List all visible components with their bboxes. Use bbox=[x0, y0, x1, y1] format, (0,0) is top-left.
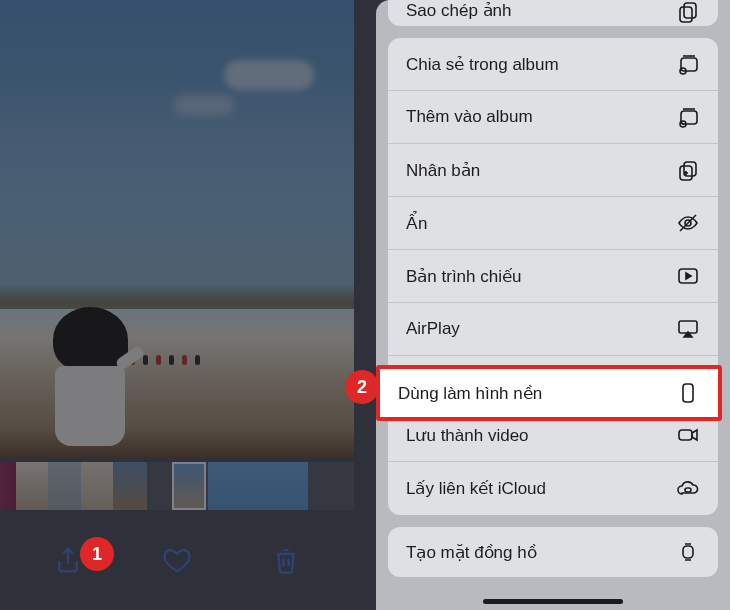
thumbnail-strip[interactable] bbox=[0, 462, 354, 510]
menu-label: AirPlay bbox=[406, 319, 460, 339]
menu-label: Lấy liên kết iCloud bbox=[406, 478, 546, 499]
annotation-step-1: 1 bbox=[80, 537, 114, 571]
thumbnail[interactable] bbox=[81, 462, 113, 510]
menu-label: Nhân bản bbox=[406, 160, 480, 181]
menu-label: Lưu thành video bbox=[406, 425, 529, 446]
svg-rect-4 bbox=[681, 111, 697, 124]
menu-label: Bản trình chiếu bbox=[406, 266, 521, 287]
thumbnail-selected[interactable] bbox=[172, 462, 206, 510]
svg-rect-13 bbox=[683, 384, 693, 402]
thumbnail[interactable] bbox=[48, 462, 81, 510]
trash-icon[interactable] bbox=[271, 545, 301, 575]
main-photo[interactable] bbox=[0, 0, 354, 457]
cloud-link-icon bbox=[676, 477, 700, 501]
thumbnail[interactable] bbox=[16, 462, 48, 510]
svg-rect-0 bbox=[684, 3, 696, 18]
annotation-step-2: 2 bbox=[345, 370, 379, 404]
thumbnail-panorama[interactable] bbox=[208, 462, 308, 510]
menu-item-copy-photo[interactable]: Sao chép ảnh bbox=[388, 0, 718, 26]
menu-group: Tạo mặt đồng hồ bbox=[388, 527, 718, 577]
svg-rect-2 bbox=[681, 58, 697, 71]
airplay-icon bbox=[676, 317, 700, 341]
menu-group: Sao chép ảnh bbox=[388, 0, 718, 26]
menu-label: Chia sẻ trong album bbox=[406, 54, 559, 75]
menu-item-share-album[interactable]: Chia sẻ trong album bbox=[388, 38, 718, 91]
thumbnail[interactable] bbox=[0, 462, 16, 510]
menu-item-hide[interactable]: Ẩn bbox=[388, 197, 718, 250]
photo-viewer bbox=[0, 0, 365, 610]
menu-label: Dùng làm hình nền bbox=[398, 383, 542, 404]
heart-icon[interactable] bbox=[162, 545, 192, 575]
menu-item-slideshow[interactable]: Bản trình chiếu bbox=[388, 250, 718, 303]
menu-label: Ẩn bbox=[406, 213, 427, 234]
duplicate-icon bbox=[676, 158, 700, 182]
watch-icon bbox=[676, 540, 700, 564]
album-add-icon bbox=[676, 105, 700, 129]
menu-label: Sao chép ảnh bbox=[406, 0, 511, 21]
play-rect-icon bbox=[676, 264, 700, 288]
menu-group: Chia sẻ trong album Thêm vào album Nhân … bbox=[388, 38, 718, 515]
svg-rect-11 bbox=[679, 430, 692, 440]
thumbnail[interactable] bbox=[113, 462, 147, 510]
menu-item-add-album[interactable]: Thêm vào album bbox=[388, 91, 718, 144]
menu-item-airplay[interactable]: AirPlay bbox=[388, 303, 718, 356]
share-sheet: Sao chép ảnh Chia sẻ trong album Thêm và… bbox=[376, 0, 730, 610]
svg-rect-1 bbox=[680, 7, 692, 22]
menu-item-icloud-link[interactable]: Lấy liên kết iCloud bbox=[388, 462, 718, 515]
menu-label: Thêm vào album bbox=[406, 107, 533, 127]
album-share-icon bbox=[676, 52, 700, 76]
copy-icon bbox=[676, 0, 700, 24]
menu-item-watch-face[interactable]: Tạo mặt đồng hồ bbox=[388, 527, 718, 577]
menu-item-duplicate[interactable]: Nhân bản bbox=[388, 144, 718, 197]
bottom-toolbar bbox=[0, 510, 354, 610]
eye-slash-icon bbox=[676, 211, 700, 235]
phone-icon bbox=[676, 381, 700, 405]
share-icon[interactable] bbox=[53, 545, 83, 575]
home-indicator[interactable] bbox=[483, 599, 623, 604]
menu-item-wallpaper[interactable]: Dùng làm hình nền bbox=[380, 369, 718, 417]
video-icon bbox=[676, 423, 700, 447]
svg-rect-12 bbox=[683, 546, 693, 558]
menu-label: Tạo mặt đồng hồ bbox=[406, 542, 537, 563]
